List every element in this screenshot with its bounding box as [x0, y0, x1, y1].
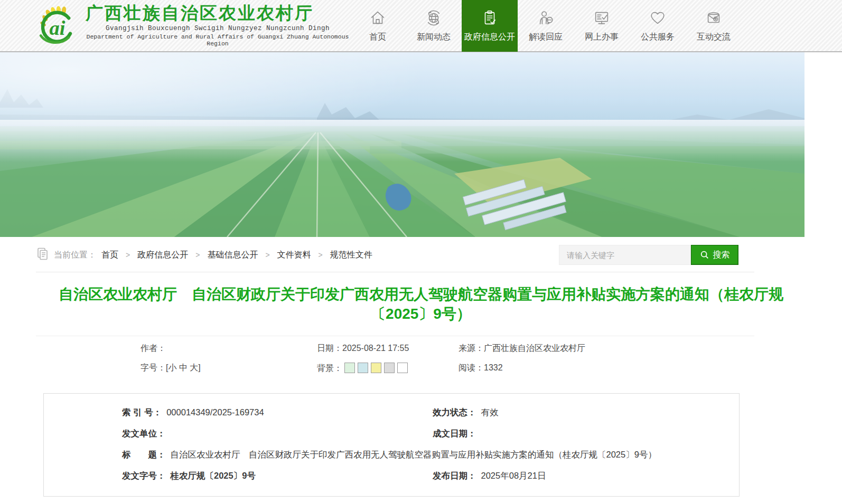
- meta-reads: 阅读：1332: [459, 363, 754, 374]
- background-swatch-blue[interactable]: [358, 363, 368, 373]
- gov-info-icon: [481, 9, 499, 27]
- breadcrumb-item-documents[interactable]: 文件资料: [277, 250, 311, 261]
- nav-item-label: 网上办事: [585, 32, 619, 43]
- divider: [36, 272, 754, 272]
- nav-item-interaction[interactable]: 互动交流: [686, 0, 742, 52]
- info-title-label: 标 题：: [122, 450, 166, 459]
- breadcrumb-separator: >: [319, 251, 323, 259]
- font-size-options[interactable]: [小 中 大]: [166, 363, 201, 372]
- page-title: 自治区农业农村厅 自治区财政厅关于印发广西农用无人驾驶航空器购置与应用补贴实施方…: [48, 285, 794, 324]
- nav-item-label: 新闻动态: [417, 32, 451, 43]
- meta-author: 作者：: [141, 343, 317, 354]
- site-header: ai 广西壮族自治区农业农村厅 Gvangjsih Bouxcuengh Swc…: [0, 0, 842, 52]
- info-validity-value: 有效: [481, 407, 499, 417]
- background-swatch-white[interactable]: [397, 363, 408, 373]
- meta-source: 来源：广西壮族自治区农业农村厅: [459, 343, 754, 354]
- banner-image: [0, 52, 804, 237]
- meta-source-label: 来源：: [459, 344, 484, 353]
- meta-date: 日期：2025-08-21 17:55: [317, 343, 459, 354]
- info-doc-number: 发文字号：桂农厅规〔2025〕9号: [44, 465, 433, 487]
- breadcrumb-item-basic-info[interactable]: 基础信息公开: [207, 250, 258, 261]
- info-validity-label: 效力状态：: [433, 407, 476, 417]
- background-swatch-yellow[interactable]: [371, 363, 381, 373]
- info-doc-number-label: 发文字号：: [122, 471, 166, 480]
- site-logo-icon: ai: [35, 4, 81, 48]
- background-swatch-green[interactable]: [344, 363, 355, 373]
- meta-author-label: 作者：: [141, 344, 166, 353]
- info-publish-date-label: 发布日期：: [433, 471, 476, 480]
- nav-item-label: 政府信息公开: [464, 32, 515, 43]
- search-area: 搜索: [559, 245, 738, 265]
- nav-item-label: 互动交流: [697, 32, 731, 43]
- svg-text:ai: ai: [50, 16, 66, 39]
- breadcrumb-item-normative-files[interactable]: 规范性文件: [330, 250, 372, 261]
- nav-item-online-services[interactable]: 网上办事: [574, 0, 630, 52]
- nav-item-home[interactable]: 首页: [350, 0, 406, 52]
- meta-background: 背景：: [317, 363, 459, 374]
- info-index-number: 索 引 号：000014349/2025-169734: [44, 402, 433, 423]
- search-icon: [700, 250, 709, 260]
- online-services-icon: [593, 9, 611, 27]
- interpretation-icon: [537, 9, 555, 27]
- home-icon: [369, 9, 387, 27]
- info-title: 标 题：自治区农业农村厅 自治区财政厅关于印发广西农用无人驾驶航空器购置与应用补…: [44, 444, 739, 465]
- nav-item-label: 解读回应: [529, 32, 563, 43]
- news-icon: [425, 9, 443, 27]
- nav-item-interpretation[interactable]: 解读回应: [518, 0, 574, 52]
- meta-date-label: 日期：: [317, 344, 342, 353]
- nav-item-label: 首页: [369, 32, 386, 43]
- breadcrumb-separator: >: [265, 251, 269, 259]
- info-index-value: 000014349/2025-169734: [166, 407, 264, 417]
- search-input[interactable]: [559, 245, 691, 265]
- search-button-label: 搜索: [713, 250, 730, 261]
- info-publish-date: 发布日期：2025年08月21日: [433, 465, 739, 487]
- info-written-date: 成文日期：: [433, 423, 739, 444]
- nav-item-gov-info[interactable]: 政府信息公开: [462, 0, 518, 52]
- meta-font-size-label: 字号：: [141, 363, 166, 372]
- meta-reads-label: 阅读：: [459, 363, 484, 372]
- info-validity: 效力状态：有效: [433, 402, 739, 423]
- breadcrumb-separator: >: [126, 251, 130, 259]
- meta-reads-value: 1332: [484, 363, 503, 372]
- public-services-icon: [649, 9, 667, 27]
- info-written-date-label: 成文日期：: [433, 429, 476, 438]
- main-nav: 首页 新闻动态 政府信息公开 解读回应 网上办事: [350, 0, 742, 52]
- article-meta: 作者： 日期：2025-08-21 17:55 来源：广西壮族自治区农业农村厅 …: [36, 336, 754, 374]
- breadcrumb-label: 当前位置：: [54, 250, 96, 261]
- info-title-value: 自治区农业农村厅 自治区财政厅关于印发广西农用无人驾驶航空器购置与应用补贴实施方…: [171, 450, 657, 459]
- info-issuing-unit: 发文单位：: [44, 423, 433, 444]
- breadcrumb-item-gov-info[interactable]: 政府信息公开: [137, 250, 188, 261]
- info-doc-number-value: 桂农厅规〔2025〕9号: [171, 471, 256, 480]
- breadcrumb-separator: >: [195, 251, 200, 259]
- info-issuing-unit-label: 发文单位：: [122, 429, 166, 438]
- site-logo-area[interactable]: ai 广西壮族自治区农业农村厅 Gvangjsih Bouxcuengh Swc…: [35, 4, 350, 48]
- background-swatches: [344, 363, 408, 373]
- info-publish-date-value: 2025年08月21日: [481, 471, 546, 480]
- breadcrumb-row: 当前位置： 首页 > 政府信息公开 > 基础信息公开 > 文件资料 > 规范性文…: [36, 244, 738, 265]
- meta-font-size: 字号：[小 中 大]: [141, 363, 317, 374]
- site-subtitle-zhuang: Gvangjsih Bouxcuengh Swcigih Nungzyez Nu…: [86, 25, 350, 32]
- nav-item-public-services[interactable]: 公共服务: [630, 0, 686, 52]
- document-info-table: 索 引 号：000014349/2025-169734 效力状态：有效 发文单位…: [43, 393, 740, 497]
- document-icon: [36, 247, 50, 263]
- breadcrumb: 首页 > 政府信息公开 > 基础信息公开 > 文件资料 > 规范性文件: [101, 250, 372, 261]
- nav-item-news[interactable]: 新闻动态: [406, 0, 462, 52]
- search-button[interactable]: 搜索: [691, 245, 738, 265]
- interaction-icon: [705, 9, 723, 27]
- site-title: 广西壮族自治区农业农村厅: [86, 4, 350, 23]
- site-subtitle-english: Department of Agriculture and Rural Affa…: [86, 33, 350, 47]
- info-index-label: 索 引 号：: [122, 407, 162, 417]
- breadcrumb-item-home[interactable]: 首页: [101, 250, 118, 261]
- meta-date-value: 2025-08-21 17:55: [342, 344, 409, 353]
- nav-item-label: 公共服务: [641, 32, 675, 43]
- meta-source-value: 广西壮族自治区农业农村厅: [484, 344, 585, 353]
- meta-background-label: 背景：: [317, 364, 342, 373]
- background-swatch-gray[interactable]: [384, 363, 395, 373]
